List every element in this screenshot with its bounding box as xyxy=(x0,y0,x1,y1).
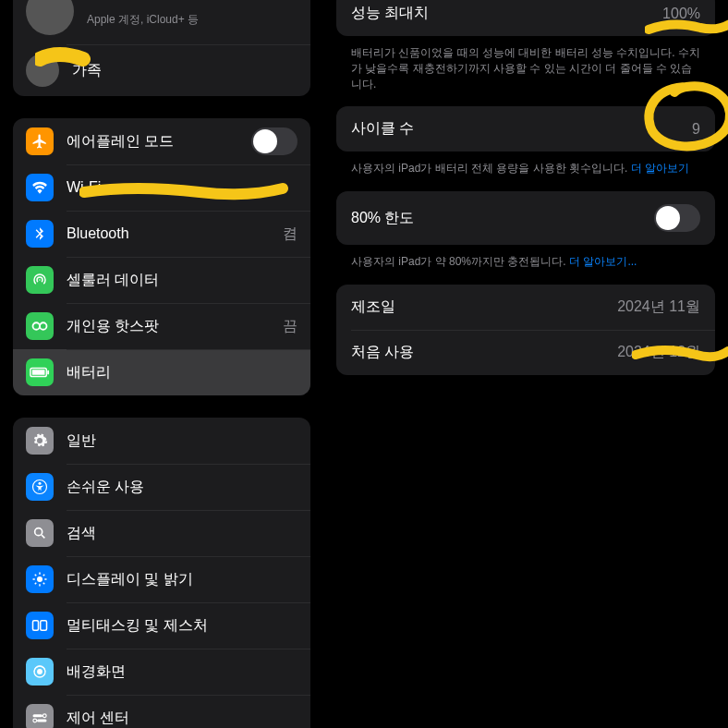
battery-row[interactable]: 배터리 xyxy=(13,349,310,395)
search-row[interactable]: 검색 xyxy=(13,510,310,556)
svg-rect-4 xyxy=(47,370,49,375)
cycle-group: 사이클 수 9 xyxy=(336,106,715,152)
limit-group: 80% 한도 xyxy=(336,191,715,245)
profile-subtitle: Apple 계정, iCloud+ 등 xyxy=(87,12,199,28)
cycle-learn-more-link[interactable]: 더 알아보기 xyxy=(631,162,689,175)
max-capacity-row[interactable]: 성능 최대치 100% xyxy=(336,0,715,36)
wallpaper-icon xyxy=(26,658,54,686)
hotspot-label: 개인용 핫스팟 xyxy=(67,317,159,336)
svg-rect-15 xyxy=(37,720,47,722)
accessibility-icon xyxy=(26,473,54,501)
max-capacity-value: 100% xyxy=(662,6,700,22)
first-use-row[interactable]: 처음 사용 2024년 12월 xyxy=(336,330,715,375)
svg-point-0 xyxy=(33,322,41,330)
airplane-row[interactable]: 에어플레인 모드 xyxy=(13,118,310,164)
cellular-icon xyxy=(26,266,54,294)
connectivity-group: 에어플레인 모드 Wi-Fi Bluetooth 켬 셀룰러 데이 xyxy=(13,118,310,395)
bluetooth-value: 켬 xyxy=(283,224,297,244)
max-capacity-label: 성능 최대치 xyxy=(351,4,429,23)
cellular-label: 셀룰러 데이터 xyxy=(67,271,159,290)
hotspot-icon xyxy=(26,312,54,340)
wifi-icon xyxy=(26,174,54,201)
cellular-row[interactable]: 셀룰러 데이터 xyxy=(13,257,310,303)
first-use-value: 2024년 12월 xyxy=(617,343,700,362)
svg-rect-13 xyxy=(33,714,43,717)
limit-toggle[interactable] xyxy=(654,204,700,232)
limit-label: 80% 한도 xyxy=(351,209,414,228)
manufacture-row[interactable]: 제조일 2024년 11월 xyxy=(336,285,715,330)
brightness-icon xyxy=(26,565,54,593)
battery-detail-panel: 성능 최대치 100% 배터리가 신품이었을 때의 성능에 대비한 배터리 성능… xyxy=(323,0,728,728)
wallpaper-label: 배경화면 xyxy=(67,662,126,682)
hotspot-row[interactable]: 개인용 핫스팟 끔 xyxy=(13,303,310,349)
cycle-footer-text: 사용자의 iPad가 배터리 전체 용량을 사용한 횟수입니다. xyxy=(351,162,631,175)
profile-name xyxy=(87,0,199,12)
profile-group: Apple 계정, iCloud+ 등 가족 xyxy=(13,0,310,96)
cycle-value: 9 xyxy=(692,121,700,138)
apple-id-row[interactable]: Apple 계정, iCloud+ 등 xyxy=(13,0,310,44)
airplane-label: 에어플레인 모드 xyxy=(67,132,174,152)
accessibility-label: 손쉬운 사용 xyxy=(67,478,144,497)
wifi-row[interactable]: Wi-Fi xyxy=(13,164,310,211)
svg-point-7 xyxy=(35,528,42,536)
display-row[interactable]: 디스플레이 및 밝기 xyxy=(13,556,310,602)
search-icon xyxy=(26,519,54,547)
cycle-row[interactable]: 사이클 수 9 xyxy=(336,106,715,152)
battery-icon xyxy=(26,358,54,386)
bluetooth-icon xyxy=(26,220,54,248)
general-row[interactable]: 일반 xyxy=(13,418,310,464)
settings-sidebar: Apple 계정, iCloud+ 등 가족 에어플레인 모드 xyxy=(0,0,323,728)
wallpaper-row[interactable]: 배경화면 xyxy=(13,649,310,695)
gear-icon xyxy=(26,427,54,455)
search-label: 검색 xyxy=(67,524,96,543)
manufacture-value: 2024년 11월 xyxy=(617,297,700,317)
svg-rect-9 xyxy=(33,621,39,631)
multitask-label: 멀티태스킹 및 제스처 xyxy=(67,616,208,636)
svg-point-14 xyxy=(42,714,46,718)
svg-point-1 xyxy=(40,322,47,330)
cycle-label: 사이클 수 xyxy=(351,119,414,139)
control-center-row[interactable]: 제어 센터 xyxy=(13,695,310,728)
svg-point-6 xyxy=(39,482,42,485)
airplane-icon xyxy=(26,127,54,155)
control-center-icon xyxy=(26,704,54,728)
cycle-footer: 사용자의 iPad가 배터리 전체 용량을 사용한 횟수입니다. 더 알아보기 xyxy=(336,155,715,191)
dates-group: 제조일 2024년 11월 처음 사용 2024년 12월 xyxy=(336,285,715,375)
family-avatar xyxy=(26,54,59,87)
svg-rect-10 xyxy=(41,621,47,631)
max-capacity-group: 성능 최대치 100% xyxy=(336,0,715,36)
limit-footer-text: 사용자의 iPad가 약 80%까지만 충전됩니다. xyxy=(351,255,569,268)
control-center-label: 제어 센터 xyxy=(67,709,129,728)
general-group: 일반 손쉬운 사용 검색 디스플레이 및 밝기 멀티태스킹 및 제스처 xyxy=(13,418,310,728)
avatar xyxy=(26,0,74,35)
multitask-row[interactable]: 멀티태스킹 및 제스처 xyxy=(13,602,310,649)
max-capacity-footer: 배터리가 신품이었을 때의 성능에 대비한 배터리 성능 수치입니다. 수치가 … xyxy=(336,40,715,106)
bluetooth-label: Bluetooth xyxy=(67,225,129,242)
multitask-icon xyxy=(26,612,54,639)
general-label: 일반 xyxy=(67,431,96,451)
svg-point-12 xyxy=(38,670,42,674)
first-use-label: 처음 사용 xyxy=(351,343,414,362)
battery-label: 배터리 xyxy=(67,363,111,382)
family-label: 가족 xyxy=(72,61,102,80)
svg-rect-3 xyxy=(32,370,45,375)
limit-learn-more-link[interactable]: 더 알아보기... xyxy=(569,255,637,268)
svg-point-16 xyxy=(33,719,37,722)
hotspot-value: 끔 xyxy=(283,317,297,336)
limit-row[interactable]: 80% 한도 xyxy=(336,191,715,245)
display-label: 디스플레이 및 밝기 xyxy=(67,570,193,589)
svg-point-8 xyxy=(37,576,42,582)
accessibility-row[interactable]: 손쉬운 사용 xyxy=(13,464,310,510)
manufacture-label: 제조일 xyxy=(351,297,395,317)
airplane-toggle[interactable] xyxy=(251,127,297,155)
wifi-label: Wi-Fi xyxy=(67,179,101,196)
bluetooth-row[interactable]: Bluetooth 켬 xyxy=(13,211,310,257)
limit-footer: 사용자의 iPad가 약 80%까지만 충전됩니다. 더 알아보기... xyxy=(336,249,715,285)
family-row[interactable]: 가족 xyxy=(13,44,310,96)
